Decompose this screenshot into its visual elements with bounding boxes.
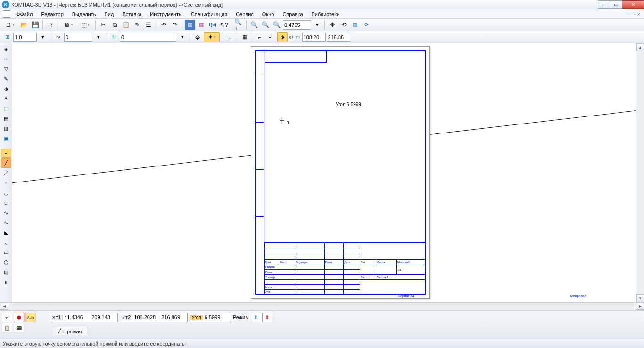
layer-button[interactable]: ≋: [108, 32, 119, 42]
property-tab-line[interactable]: ╱ Прямая: [53, 327, 87, 335]
mdi-close[interactable]: ×: [637, 11, 640, 17]
arc-tool[interactable]: ◡: [1, 188, 11, 198]
vars-button[interactable]: ▦: [196, 20, 206, 30]
t1-field[interactable]: ✕т1: [50, 313, 118, 322]
scroll-left-icon[interactable]: ◀: [0, 303, 8, 310]
point-tool[interactable]: •: [1, 149, 11, 158]
fillet-tool[interactable]: ◟: [1, 238, 11, 247]
menu-window[interactable]: Окно: [258, 10, 278, 18]
close-button[interactable]: ✕: [622, 0, 644, 9]
pan-button[interactable]: ✥: [327, 20, 338, 30]
rect-tool[interactable]: ▭: [1, 248, 11, 257]
dimensions-panel-icon[interactable]: ↔: [1, 54, 11, 64]
params-panel-icon[interactable]: ⬗: [1, 84, 11, 93]
step-button[interactable]: ⊞: [2, 32, 12, 42]
menu-spec[interactable]: Спецификация: [187, 10, 231, 18]
report-panel-icon[interactable]: ▥: [1, 124, 11, 133]
save-button[interactable]: 💾: [30, 20, 41, 30]
snap-button[interactable]: ⬙: [192, 32, 203, 42]
geometry-panel-icon[interactable]: ◈: [1, 44, 11, 54]
state-dropdown[interactable]: ▾: [93, 32, 104, 42]
manager-button[interactable]: ▦: [185, 20, 195, 30]
t2y-input[interactable]: [160, 313, 187, 322]
zoom-window-button[interactable]: 🔍: [249, 20, 259, 30]
undo-button[interactable]: ↶: [158, 20, 169, 30]
menu-libs[interactable]: Библиотеки: [308, 10, 344, 18]
bezier-tool[interactable]: ∿: [1, 218, 11, 227]
scroll-track[interactable]: [8, 303, 636, 310]
layer-dropdown[interactable]: ▾: [177, 32, 188, 42]
redraw-button[interactable]: ▦: [350, 20, 360, 30]
x-coord-input[interactable]: [302, 33, 326, 42]
props-button[interactable]: ⬚: [77, 20, 93, 30]
step-input[interactable]: [13, 33, 37, 42]
hatch-tool[interactable]: ▨: [1, 267, 11, 277]
spec-panel-icon[interactable]: ▤: [1, 114, 11, 123]
ortho-button[interactable]: ⟂: [224, 32, 235, 42]
mode-no-put-button[interactable]: ⬍: [262, 313, 272, 322]
y-coord-input[interactable]: [327, 33, 350, 42]
preview-button[interactable]: 🗎: [60, 20, 76, 30]
t1x-input[interactable]: [63, 313, 90, 322]
refresh-button[interactable]: ⟳: [361, 20, 372, 30]
param-button[interactable]: ⬗: [277, 32, 288, 42]
polygon-tool[interactable]: ⬠: [1, 257, 11, 267]
zoom-prev-button[interactable]: 🔍: [260, 20, 271, 30]
circle-tool[interactable]: ○: [1, 178, 11, 188]
minimize-button[interactable]: —: [598, 0, 610, 9]
new-button[interactable]: 🗋: [2, 20, 18, 30]
mdi-minimize[interactable]: —: [627, 11, 632, 17]
fx-button[interactable]: f(x): [207, 20, 218, 30]
rotate-view-button[interactable]: ⟲: [339, 20, 349, 30]
vertical-scrollbar[interactable]: ▲ ▼: [636, 43, 644, 302]
edit-panel-icon[interactable]: ✎: [1, 74, 11, 83]
cut-button[interactable]: ✂: [98, 20, 108, 30]
scroll-up-icon[interactable]: ▲: [636, 43, 644, 51]
symbols-panel-icon[interactable]: ▽: [1, 64, 11, 74]
layer-input[interactable]: [120, 33, 176, 42]
format-button[interactable]: ✎: [132, 20, 142, 30]
mode-put-button[interactable]: ⬍: [251, 313, 261, 322]
measure-panel-icon[interactable]: Ａ: [1, 94, 11, 103]
create-object-button[interactable]: ↵: [2, 313, 12, 322]
auto-create-button[interactable]: Auto: [25, 313, 36, 322]
mdi-restore[interactable]: ▫: [634, 11, 636, 17]
memorize-button[interactable]: 📋: [2, 323, 12, 332]
calc-button[interactable]: 📟: [14, 323, 24, 332]
zoom-in-button[interactable]: 🔍+: [234, 20, 244, 30]
round-button[interactable]: ┘: [266, 32, 276, 42]
help-cursor-button[interactable]: ↖?: [219, 20, 229, 30]
menu-tools[interactable]: Инструменты: [146, 10, 186, 18]
drawing-canvas[interactable]: ИзмЛист№ докум.Подп.ДатаЛит.МассаМасштаб…: [12, 43, 636, 302]
t2x-input[interactable]: [132, 313, 160, 322]
scroll-down-icon[interactable]: ▼: [636, 294, 644, 302]
equidist-tool[interactable]: ⫿: [1, 277, 11, 287]
menu-file[interactable]: ФФайл: [12, 10, 36, 18]
angle-input[interactable]: [203, 313, 231, 322]
views-panel-icon[interactable]: ▣: [1, 133, 11, 143]
redo-button[interactable]: ↷: [170, 20, 180, 30]
scroll-right-icon[interactable]: ▶: [636, 303, 644, 310]
menu-help[interactable]: Справка: [279, 10, 306, 18]
scroll-track[interactable]: [636, 51, 644, 294]
print-button[interactable]: 🖨: [45, 20, 56, 30]
maximize-button[interactable]: ▭: [610, 0, 622, 9]
menu-insert[interactable]: Вставка: [118, 10, 145, 18]
step-dropdown[interactable]: ▾: [38, 32, 48, 42]
chamfer-tool[interactable]: ◣: [1, 228, 11, 237]
menu-select[interactable]: Выделить: [68, 10, 100, 18]
select-panel-icon[interactable]: ⬚: [1, 104, 11, 113]
menu-service[interactable]: Сервис: [232, 10, 257, 18]
horizontal-scrollbar[interactable]: ◀ ▶: [0, 302, 644, 310]
menu-view[interactable]: Вид: [101, 10, 118, 18]
lcs-button[interactable]: ⌐: [255, 32, 265, 42]
t1y-input[interactable]: [90, 313, 117, 322]
zoom-input[interactable]: [283, 20, 311, 30]
menu-edit[interactable]: Редактор: [37, 10, 67, 18]
state-input[interactable]: [64, 33, 92, 42]
zoom-dropdown[interactable]: ▾: [312, 20, 322, 30]
zoom-all-button[interactable]: 🔍: [272, 20, 282, 30]
stop-button[interactable]: ⬢: [14, 313, 24, 322]
snap-mode-button[interactable]: ✦: [204, 32, 220, 42]
angle-field[interactable]: Угол: [190, 313, 231, 322]
